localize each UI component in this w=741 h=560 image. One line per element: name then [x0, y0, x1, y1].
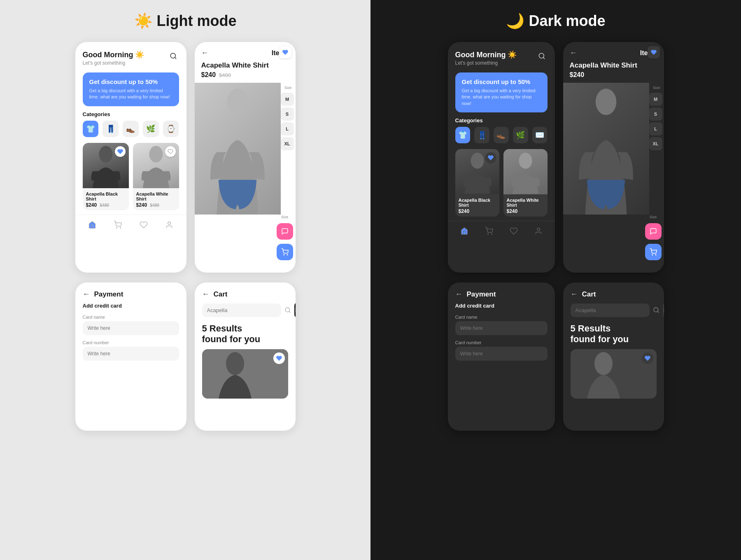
- dark-nav-cart[interactable]: [484, 226, 494, 236]
- size-column: Size M S L XL: [281, 83, 296, 215]
- dark-nav-wishlist[interactable]: [509, 226, 519, 236]
- cat-watch[interactable]: ⌚: [163, 121, 179, 137]
- wishlist-btn-white[interactable]: [165, 146, 176, 157]
- dark-favorite-button[interactable]: [648, 46, 660, 58]
- mode-label-light: Light mode: [157, 12, 237, 30]
- dark-wishlist-btn-black[interactable]: [485, 152, 496, 163]
- nav-profile[interactable]: [164, 220, 174, 230]
- svg-point-21: [487, 234, 488, 235]
- cat-tshirt[interactable]: 👕: [83, 121, 99, 137]
- header-text: Good Morning ☀️ Let's got something: [83, 50, 144, 66]
- dark-payment-back-button[interactable]: ←: [455, 290, 463, 299]
- search-button[interactable]: [168, 50, 179, 62]
- dark-nav-profile[interactable]: [534, 226, 543, 236]
- cart-search-row: [195, 303, 296, 317]
- dark-size-m[interactable]: M: [649, 93, 662, 106]
- dark-cart-search-input[interactable]: [571, 303, 650, 317]
- cat-pants[interactable]: 👖: [103, 121, 119, 137]
- dark-detail-product-name: Acapella White Shirt: [563, 61, 664, 70]
- svg-point-16: [226, 352, 244, 375]
- svg-point-8: [284, 254, 284, 255]
- cart-search-input[interactable]: [202, 303, 281, 317]
- filter-button[interactable]: [294, 303, 296, 317]
- detail-content: Size M S L XL: [195, 83, 296, 215]
- discount-banner[interactable]: Get discount up to 50% Get a big discoun…: [83, 72, 179, 106]
- product-info-white: Acapella White Shirt $240 $480: [133, 188, 179, 210]
- dark-product-card-white[interactable]: Acapella White Shirt $240: [503, 149, 548, 217]
- nav-wishlist[interactable]: [139, 220, 149, 230]
- light-mode-title: ☀️ Light mode: [134, 12, 237, 30]
- size-l[interactable]: L: [281, 122, 294, 135]
- dark-cart-back-button[interactable]: ←: [571, 290, 578, 299]
- dark-back-button[interactable]: ←: [570, 49, 577, 57]
- dark-size-s[interactable]: S: [649, 107, 662, 121]
- card-number-group: Card number: [75, 340, 186, 361]
- light-top-phones-row: Good Morning ☀️ Let's got something Get …: [75, 42, 296, 273]
- svg-line-11: [289, 311, 290, 313]
- dark-card-name-input[interactable]: [455, 321, 548, 335]
- dark-discount-banner[interactable]: Get discount up to 50% Get a big discoun…: [455, 72, 548, 112]
- cart-fab-button[interactable]: [277, 244, 293, 260]
- dark-cat-mail[interactable]: ✉️: [532, 127, 548, 143]
- product-card-black[interactable]: Acapella Black Shirt $240 $480: [83, 143, 129, 210]
- dark-product-name-black: Acapella Black Shirt: [459, 198, 496, 208]
- dark-products-row: Acapella Black Shirt $240: [448, 149, 555, 217]
- cat-plant[interactable]: 🌿: [143, 121, 159, 137]
- dark-card-number-input[interactable]: [455, 347, 548, 361]
- size-m[interactable]: M: [281, 93, 294, 106]
- result-heart-btn[interactable]: [273, 352, 285, 364]
- dark-product-price-black: $240: [459, 208, 496, 214]
- size-xl[interactable]: XL: [281, 137, 294, 150]
- cat-shoes[interactable]: 👞: [123, 121, 139, 137]
- dark-detail-price-row: $240: [563, 71, 664, 79]
- dark-nav-home[interactable]: [459, 226, 469, 236]
- dark-cart-search-icon[interactable]: [653, 304, 659, 316]
- dark-home-phone: Good Morning ☀️ Let's got something Get …: [448, 42, 555, 273]
- chat-fab-button[interactable]: [277, 223, 293, 240]
- svg-point-25: [652, 254, 653, 255]
- result-card[interactable]: [202, 349, 288, 399]
- svg-point-20: [519, 153, 532, 169]
- card-name-input[interactable]: [83, 321, 179, 335]
- nav-home[interactable]: [87, 220, 97, 230]
- payment-header: ← Payment: [75, 282, 186, 303]
- dark-fab-buttons: Size: [643, 215, 664, 260]
- categories-label: Categories: [75, 111, 186, 117]
- dark-result-card[interactable]: [571, 349, 657, 399]
- dark-bottom-phones-row: ← Payment Add credit card Card name Card…: [448, 282, 664, 431]
- dark-filter-button[interactable]: [663, 303, 664, 317]
- product-card-white[interactable]: Acapella White Shirt $240 $480: [133, 143, 179, 210]
- card-number-input[interactable]: [83, 347, 179, 361]
- dark-cat-pants[interactable]: 👖: [474, 127, 489, 143]
- dark-size-xl[interactable]: XL: [649, 137, 662, 150]
- dark-cat-tshirt[interactable]: 👕: [455, 127, 471, 143]
- dark-cat-plant[interactable]: 🌿: [513, 127, 528, 143]
- wishlist-btn-black[interactable]: [115, 146, 126, 157]
- product-price-white: $240 $480: [136, 202, 176, 208]
- size-s[interactable]: S: [281, 107, 294, 121]
- cart-back-button[interactable]: ←: [202, 290, 210, 299]
- detail-price: $240: [201, 71, 216, 79]
- product-name-black: Acapella Black Shirt: [86, 191, 126, 201]
- dark-chat-fab-button[interactable]: [645, 223, 662, 240]
- dark-result-heart-btn[interactable]: [642, 352, 653, 364]
- dark-product-name-white: Acapella White Shirt: [507, 198, 544, 208]
- back-button[interactable]: ←: [201, 49, 209, 57]
- svg-point-24: [596, 89, 617, 115]
- cart-search-icon[interactable]: [284, 304, 291, 316]
- payment-back-button[interactable]: ←: [83, 290, 90, 299]
- svg-point-22: [491, 234, 492, 235]
- dark-payment-title: Payment: [467, 290, 496, 299]
- dark-detail-phone: ← Items Acapella White Shirt $240: [563, 42, 664, 273]
- product-name-white: Acapella White Shirt: [136, 191, 176, 201]
- dark-size-l[interactable]: L: [649, 122, 662, 135]
- dark-size-column: Size M S L XL: [649, 83, 664, 215]
- dark-search-button[interactable]: [536, 50, 548, 62]
- cart-title: Cart: [214, 290, 228, 299]
- dark-product-card-black[interactable]: Acapella Black Shirt $240: [455, 149, 499, 217]
- detail-figure: [195, 83, 281, 215]
- dark-cat-shoes[interactable]: 👞: [494, 127, 509, 143]
- dark-cart-fab-button[interactable]: [645, 244, 662, 260]
- favorite-button[interactable]: [279, 46, 291, 58]
- nav-cart[interactable]: [113, 220, 123, 230]
